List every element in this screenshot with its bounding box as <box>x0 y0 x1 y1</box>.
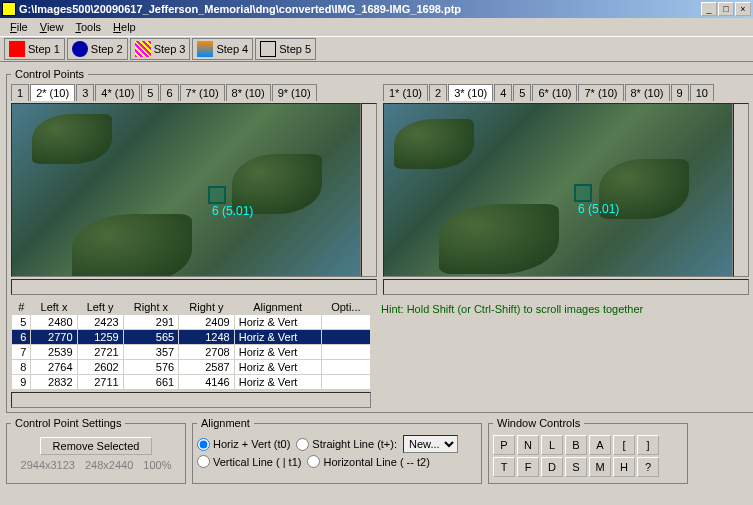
right-hscroll[interactable] <box>383 279 749 295</box>
step-2-button[interactable]: Step 2 <box>67 38 128 60</box>
tab-310[interactable]: 3* (10) <box>448 84 493 101</box>
menu-help[interactable]: Help <box>107 20 142 34</box>
close-button[interactable]: × <box>735 2 751 16</box>
col-Leftx[interactable]: Left x <box>31 300 77 315</box>
hint-text: Hint: Hold Shift (or Ctrl-Shift) to scro… <box>377 299 647 408</box>
table-row[interactable]: 8276426025762587Horiz & Vert <box>12 360 371 375</box>
tab-10[interactable]: 10 <box>690 84 714 101</box>
tab-5[interactable]: 5 <box>141 84 159 101</box>
tab-5[interactable]: 5 <box>513 84 531 101</box>
align-hl[interactable]: Horizontal Line ( -- t2) <box>307 455 429 468</box>
menu-view[interactable]: View <box>34 20 70 34</box>
window-title: G:\Images500\20090617_Jefferson_Memorial… <box>19 3 701 15</box>
alignment-fieldset: Alignment Horiz + Vert (t0) Straight Lin… <box>192 417 482 484</box>
cp-table[interactable]: #Left xLeft yRight xRight yAlignmentOpti… <box>11 299 371 390</box>
tab-710[interactable]: 7* (10) <box>180 84 225 101</box>
right-image-wrap: 1* (10)23* (10)456* (10)7* (10)8* (10)91… <box>383 84 749 295</box>
menu-tools[interactable]: Tools <box>69 20 107 34</box>
maximize-button[interactable]: □ <box>718 2 734 16</box>
step5-icon <box>260 41 276 57</box>
col-Alignment[interactable]: Alignment <box>234 300 321 315</box>
zoom-level: 100% <box>143 459 171 471</box>
align-vl-radio[interactable] <box>197 455 210 468</box>
tab-810[interactable]: 8* (10) <box>625 84 670 101</box>
control-points-fieldset: Control Points 12* (10)34* (10)567* (10)… <box>6 68 753 413</box>
menu-bar: File View Tools Help <box>0 18 753 36</box>
left-cp-label: 6 (5.01) <box>212 204 253 218</box>
wc-x[interactable]: [ <box>613 435 635 455</box>
left-tabs: 12* (10)34* (10)567* (10)8* (10)9* (10) <box>11 84 377 101</box>
left-image-pane[interactable]: 6 (5.01) <box>11 103 361 277</box>
tab-110[interactable]: 1* (10) <box>383 84 428 101</box>
tab-810[interactable]: 8* (10) <box>226 84 271 101</box>
control-points-legend: Control Points <box>11 68 88 80</box>
tab-3[interactable]: 3 <box>76 84 94 101</box>
tab-710[interactable]: 7* (10) <box>578 84 623 101</box>
wc-P[interactable]: P <box>493 435 515 455</box>
remove-selected-button[interactable]: Remove Selected <box>40 437 153 455</box>
tab-410[interactable]: 4* (10) <box>95 84 140 101</box>
straight-line-select[interactable]: New... <box>403 435 458 453</box>
dim-right: 248x2440 <box>85 459 133 471</box>
wc-x[interactable]: ? <box>637 457 659 477</box>
table-row[interactable]: 9283227116614146Horiz & Vert <box>12 375 371 390</box>
tab-610[interactable]: 6* (10) <box>532 84 577 101</box>
table-row[interactable]: 7253927213572708Horiz & Vert <box>12 345 371 360</box>
step2-icon <box>72 41 88 57</box>
col-Lefty[interactable]: Left y <box>77 300 123 315</box>
tab-6[interactable]: 6 <box>160 84 178 101</box>
align-sl[interactable]: Straight Line (t+): <box>296 438 397 451</box>
wc-M[interactable]: M <box>589 457 611 477</box>
table-row[interactable]: 5248024232912409Horiz & Vert <box>12 315 371 330</box>
tab-2[interactable]: 2 <box>429 84 447 101</box>
step3-icon <box>135 41 151 57</box>
wc-x[interactable]: ] <box>637 435 659 455</box>
tab-9[interactable]: 9 <box>671 84 689 101</box>
wc-N[interactable]: N <box>517 435 539 455</box>
right-image-pane[interactable]: 6 (5.01) <box>383 103 733 277</box>
left-vscroll[interactable] <box>361 103 377 277</box>
step-5-button[interactable]: Step 5 <box>255 38 316 60</box>
app-icon <box>2 2 16 16</box>
align-hv-radio[interactable] <box>197 438 210 451</box>
wc-D[interactable]: D <box>541 457 563 477</box>
tab-1[interactable]: 1 <box>11 84 29 101</box>
alignment-legend: Alignment <box>197 417 254 429</box>
wc-B[interactable]: B <box>565 435 587 455</box>
step4-icon <box>197 41 213 57</box>
wc-S[interactable]: S <box>565 457 587 477</box>
right-tabs: 1* (10)23* (10)456* (10)7* (10)8* (10)91… <box>383 84 749 101</box>
left-cp-marker[interactable] <box>208 186 226 204</box>
table-row[interactable]: 6277012595651248Horiz & Vert <box>12 330 371 345</box>
wc-F[interactable]: F <box>517 457 539 477</box>
tab-910[interactable]: 9* (10) <box>272 84 317 101</box>
tab-4[interactable]: 4 <box>494 84 512 101</box>
align-sl-radio[interactable] <box>296 438 309 451</box>
step-4-button[interactable]: Step 4 <box>192 38 253 60</box>
minimize-button[interactable]: _ <box>701 2 717 16</box>
title-bar: G:\Images500\20090617_Jefferson_Memorial… <box>0 0 753 18</box>
col-[interactable]: # <box>12 300 31 315</box>
dim-left: 2944x3123 <box>21 459 75 471</box>
col-Righty[interactable]: Right y <box>179 300 235 315</box>
align-hl-radio[interactable] <box>307 455 320 468</box>
menu-file[interactable]: File <box>4 20 34 34</box>
wc-T[interactable]: T <box>493 457 515 477</box>
cp-table-wrap: #Left xLeft yRight xRight yAlignmentOpti… <box>11 299 371 408</box>
step-1-button[interactable]: Step 1 <box>4 38 65 60</box>
wc-H[interactable]: H <box>613 457 635 477</box>
right-vscroll[interactable] <box>733 103 749 277</box>
step1-icon <box>9 41 25 57</box>
col-Rightx[interactable]: Right x <box>123 300 179 315</box>
table-hscroll[interactable] <box>11 392 371 408</box>
left-hscroll[interactable] <box>11 279 377 295</box>
right-cp-marker[interactable] <box>574 184 592 202</box>
align-vl[interactable]: Vertical Line ( | t1) <box>197 455 301 468</box>
wc-L[interactable]: L <box>541 435 563 455</box>
align-hv[interactable]: Horiz + Vert (t0) <box>197 438 290 451</box>
wc-A[interactable]: A <box>589 435 611 455</box>
tab-210[interactable]: 2* (10) <box>30 84 75 101</box>
window-controls-fieldset: Window Controls PNLBA[] TFDSMH? <box>488 417 688 484</box>
step-3-button[interactable]: Step 3 <box>130 38 191 60</box>
col-Opti[interactable]: Opti... <box>321 300 370 315</box>
